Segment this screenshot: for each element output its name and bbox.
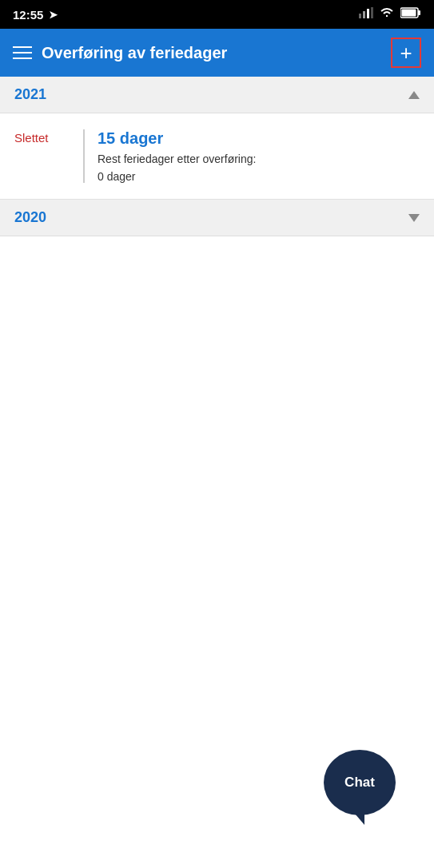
year-2021: 2021 — [14, 86, 46, 103]
add-button[interactable]: + — [391, 38, 421, 68]
entry-content: 15 dager Rest feriedager etter overførin… — [98, 129, 256, 183]
entry-item: Slettet 15 dager Rest feriedager etter o… — [0, 113, 434, 200]
entry-divider — [83, 129, 85, 183]
nav-arrow-icon: ➤ — [49, 9, 58, 21]
chevron-up-icon — [408, 91, 420, 99]
entry-detail-line1: Rest feriedager etter overføring: — [98, 153, 256, 165]
section-header-2020[interactable]: 2020 — [0, 200, 434, 236]
main-content: 2021 Slettet 15 dager Rest feriedager et… — [0, 77, 434, 236]
wifi-icon — [380, 7, 394, 22]
page-title: Overføring av feriedager — [42, 44, 227, 62]
status-bar: 12:55 ➤ — [0, 0, 434, 29]
status-time: 12:55 ➤ — [13, 8, 58, 22]
section-header-2021[interactable]: 2021 — [0, 77, 434, 113]
hamburger-menu-button[interactable] — [13, 46, 32, 59]
svg-rect-6 — [402, 10, 416, 17]
entry-detail-line2: 0 dager — [98, 170, 256, 183]
svg-rect-2 — [367, 9, 369, 18]
chat-label: Chat — [344, 775, 375, 791]
entry-days: 15 dager — [98, 129, 256, 148]
chevron-down-icon — [408, 214, 420, 222]
svg-rect-1 — [363, 11, 365, 18]
battery-icon — [400, 7, 421, 22]
svg-rect-5 — [418, 10, 420, 15]
app-bar: Overføring av feriedager + — [0, 29, 434, 77]
time-display: 12:55 — [13, 8, 43, 22]
entry-status: Slettet — [14, 129, 70, 183]
svg-rect-0 — [359, 14, 361, 18]
svg-rect-3 — [371, 7, 373, 18]
year-2020: 2020 — [14, 209, 46, 226]
status-icons — [359, 7, 421, 22]
signal-icon — [359, 7, 373, 22]
chat-button[interactable]: Chat — [324, 750, 396, 822]
chat-bubble: Chat — [324, 750, 396, 815]
